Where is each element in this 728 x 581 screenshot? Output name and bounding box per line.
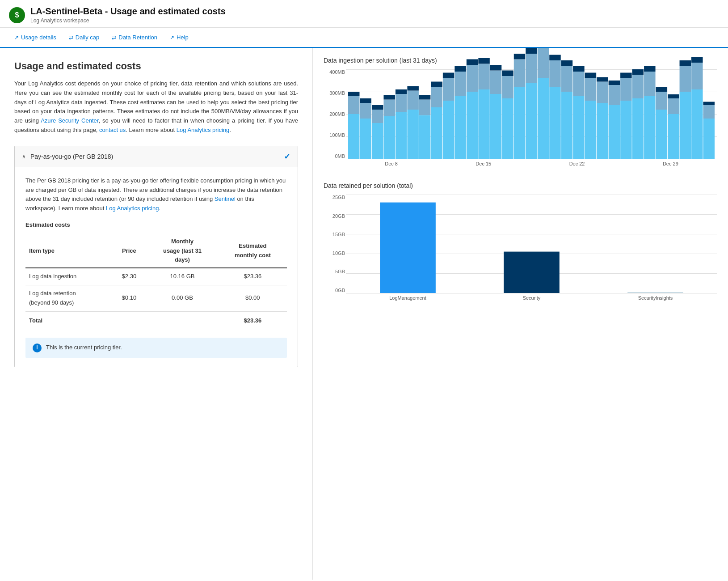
page-title: LA-Sentinel-Beta - Usage and estimated c…	[30, 6, 226, 17]
svg-rect-16	[407, 91, 418, 110]
page-header: $ LA-Sentinel-Beta - Usage and estimated…	[0, 0, 728, 28]
svg-rect-14	[396, 89, 407, 94]
svg-rect-70	[620, 78, 631, 101]
svg-rect-71	[620, 73, 631, 79]
svg-rect-41	[502, 71, 513, 76]
svg-rect-55	[561, 66, 572, 92]
cell-total-cost: $23.36	[219, 311, 287, 329]
svg-rect-45	[526, 83, 537, 159]
svg-rect-1	[348, 96, 359, 114]
cell-cost-1: $23.36	[219, 268, 287, 285]
retention-chart-container: 25GB 20GB 15GB 10GB 5GB 0GB	[324, 195, 717, 311]
svg-rect-48	[538, 78, 549, 159]
workspace-icon: $	[9, 7, 25, 23]
log-analytics-pricing-link[interactable]: Log Analytics pricing	[177, 127, 230, 133]
svg-rect-10	[383, 100, 395, 117]
svg-rect-39	[502, 98, 513, 159]
svg-rect-61	[585, 78, 596, 101]
svg-rect-2	[348, 92, 359, 96]
cell-usage-1: 10.16 GB	[146, 268, 218, 285]
right-panel: Data ingestion per solution (last 31 day…	[313, 48, 728, 580]
cell-item-1: Log data ingestion	[25, 268, 112, 285]
info-icon: i	[33, 344, 42, 352]
svg-rect-42	[514, 87, 525, 159]
svg-rect-89	[691, 57, 703, 63]
svg-rect-24	[443, 101, 454, 159]
ingestion-chart-section: Data ingestion per solution (last 31 day…	[324, 57, 717, 168]
svg-rect-94	[504, 252, 560, 293]
chevron-up-icon: ∧	[22, 153, 26, 160]
svg-rect-49	[538, 48, 549, 79]
svg-rect-18	[419, 115, 430, 159]
azure-security-center-link[interactable]: Azure Security Center	[41, 117, 98, 124]
estimated-costs-label: Estimated costs	[25, 221, 287, 230]
pricing-tier-header[interactable]: ∧ Pay-as-you-go (Per GB 2018) ✓	[15, 146, 298, 167]
svg-rect-50	[538, 48, 549, 48]
x-axis: Dec 8 Dec 15 Dec 22 Dec 29	[346, 161, 717, 166]
tier-name: Pay-as-you-go (Per GB 2018)	[30, 153, 113, 160]
svg-rect-75	[644, 96, 655, 159]
log-analytics-pricing-link-2[interactable]: Log Analytics pricing	[106, 205, 159, 212]
svg-rect-51	[549, 87, 560, 159]
svg-rect-17	[407, 86, 418, 91]
cell-price-2: $0.10	[112, 285, 146, 311]
svg-rect-20	[419, 95, 430, 100]
sync-icon-2: ⇄	[112, 34, 116, 41]
table-total-row: Total $23.36	[25, 311, 287, 329]
svg-rect-56	[561, 60, 572, 66]
svg-rect-33	[478, 89, 489, 159]
svg-rect-64	[597, 82, 608, 103]
retention-y-axis: 25GB 20GB 15GB 10GB 5GB 0GB	[324, 195, 345, 293]
svg-rect-25	[443, 78, 454, 101]
svg-rect-54	[561, 92, 572, 159]
nav-data-retention[interactable]: ⇄ Data Retention	[106, 31, 163, 43]
svg-rect-69	[620, 101, 631, 159]
contact-us-link[interactable]: contact us	[99, 127, 126, 133]
retention-bars-svg	[346, 195, 728, 293]
content-title: Usage and estimated costs	[14, 60, 298, 72]
svg-rect-73	[632, 75, 644, 99]
tier-description: The Per GB 2018 pricing tier is a pay-as…	[25, 176, 287, 213]
svg-rect-52	[549, 60, 560, 87]
svg-rect-93	[380, 203, 436, 293]
svg-rect-28	[454, 72, 466, 96]
col-item-type: Item type	[25, 234, 112, 268]
sentinel-link[interactable]: Sentinel	[215, 195, 236, 202]
external-link-icon-2: ↗	[170, 34, 174, 41]
svg-rect-8	[372, 105, 383, 110]
nav-usage-details[interactable]: ↗ Usage details	[9, 31, 62, 43]
svg-rect-31	[467, 65, 478, 92]
tier-left: ∧ Pay-as-you-go (Per GB 2018)	[22, 153, 113, 160]
col-estimated-cost: Estimatedmonthly cost	[219, 234, 287, 268]
cell-price-1: $2.30	[112, 268, 146, 285]
svg-rect-87	[691, 89, 703, 159]
header-text: LA-Sentinel-Beta - Usage and estimated c…	[30, 6, 226, 24]
description-text: Your Log Analytics cost depends on your …	[14, 79, 298, 135]
svg-rect-60	[585, 101, 596, 159]
svg-rect-34	[478, 64, 489, 90]
ingestion-chart-container: 400MB 300MB 200MB 100MB 0MB	[324, 69, 717, 168]
page-subtitle: Log Analytics workspace	[30, 17, 226, 24]
svg-rect-57	[573, 96, 584, 159]
svg-rect-13	[396, 94, 407, 112]
svg-rect-72	[632, 98, 644, 159]
pricing-tier-section: ∧ Pay-as-you-go (Per GB 2018) ✓ The Per …	[14, 146, 298, 367]
nav-help[interactable]: ↗ Help	[164, 31, 194, 43]
cell-usage-2: 0.00 GB	[146, 285, 218, 311]
svg-rect-66	[609, 105, 620, 159]
col-monthly-usage: Monthlyusage (last 31days)	[146, 234, 218, 268]
svg-rect-27	[454, 96, 466, 159]
nav-daily-cap[interactable]: ⇄ Daily cap	[63, 31, 105, 43]
svg-rect-78	[656, 110, 667, 159]
svg-rect-62	[585, 73, 596, 79]
svg-rect-35	[478, 58, 489, 64]
svg-rect-21	[431, 107, 442, 159]
svg-rect-30	[467, 92, 478, 159]
cell-total-label: Total	[25, 311, 112, 329]
svg-rect-9	[383, 116, 395, 159]
svg-rect-63	[597, 103, 608, 159]
svg-rect-47	[526, 48, 537, 54]
pricing-tier-body: The Per GB 2018 pricing tier is a pay-as…	[15, 167, 298, 367]
svg-rect-46	[526, 54, 537, 83]
check-icon: ✓	[284, 152, 290, 161]
